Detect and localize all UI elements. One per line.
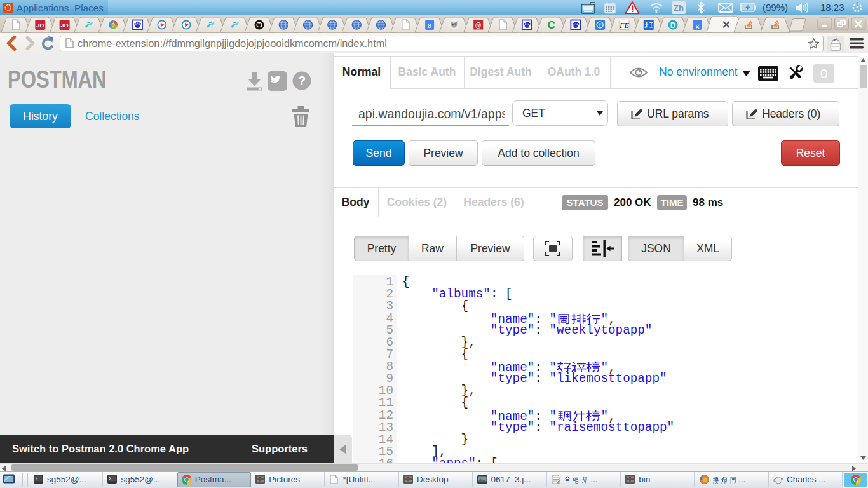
svg-text:D: D bbox=[670, 21, 676, 30]
svg-text:?: ? bbox=[298, 74, 306, 88]
svg-text:Zh: Zh bbox=[674, 3, 684, 13]
svg-text:JD: JD bbox=[61, 22, 69, 29]
svg-text:18:23: 18:23 bbox=[820, 2, 844, 13]
svg-text:FE: FE bbox=[619, 21, 629, 30]
svg-text:8: 8 bbox=[428, 22, 431, 29]
svg-text:JD: JD bbox=[36, 22, 44, 29]
svg-text:@: @ bbox=[475, 22, 482, 29]
svg-text:C: C bbox=[547, 19, 555, 31]
svg-text:(99%): (99%) bbox=[763, 2, 788, 13]
svg-text:g: g bbox=[696, 22, 700, 29]
